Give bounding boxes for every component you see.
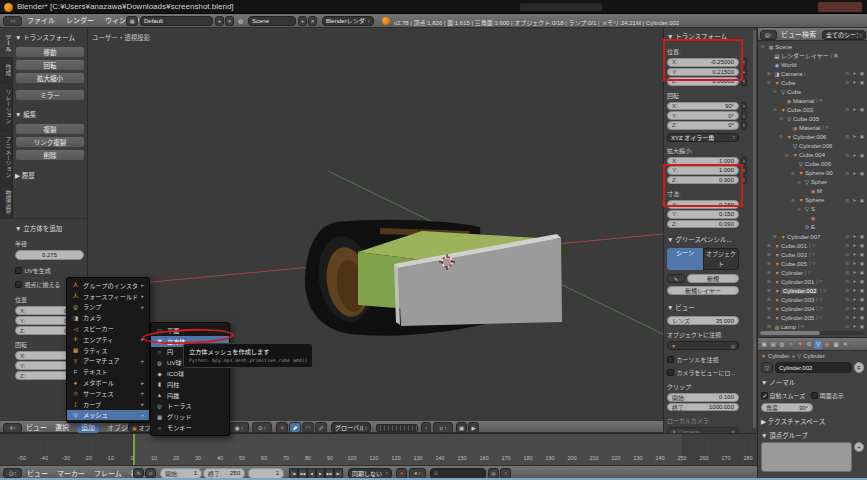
outliner-row[interactable]: ⊖ ▽ Cube ⊙ ➤ ▣ bbox=[758, 87, 867, 96]
screen-layout-field[interactable]: Default bbox=[140, 16, 213, 26]
timeline-editor-type-button[interactable]: ◷↕ bbox=[3, 468, 22, 478]
scene-close-button[interactable]: ✕ bbox=[308, 16, 317, 26]
playback-button[interactable]: ◀ bbox=[307, 468, 316, 479]
scene-add-button[interactable]: + bbox=[298, 16, 307, 26]
outliner-hscrollbar[interactable] bbox=[760, 331, 865, 335]
outliner-row[interactable]: ◉ Material | ✕ ⊙ ➤ ▣ bbox=[758, 123, 867, 132]
align-to-view-checkbox-box[interactable] bbox=[15, 281, 22, 288]
scale-axis-field[interactable]: Z:0.900 bbox=[667, 176, 739, 185]
scale-manipulator-button[interactable]: ⬀ bbox=[315, 422, 327, 433]
visibility-toggle-icons[interactable]: ⊙ ➤ ▣ bbox=[845, 324, 867, 329]
mesh-submenu-item[interactable]: ◎ トーラス bbox=[151, 401, 229, 412]
render-opengl-button[interactable]: ▣ bbox=[456, 422, 467, 433]
tool-shelf-tab[interactable]: ツール bbox=[0, 28, 13, 58]
outliner-row[interactable]: ◉ Material | ✕ ⊙ ➤ ▣ bbox=[758, 96, 867, 105]
timeline-track[interactable]: -50-40-30-20-100102030405060708090100110… bbox=[0, 434, 757, 465]
drawmode-select[interactable]: ◉↕ bbox=[229, 422, 249, 433]
lens-field[interactable]: レンズ:35.000 bbox=[667, 316, 739, 325]
properties-tab-icon[interactable]: ✳ bbox=[841, 340, 849, 349]
outliner-editor-type-button[interactable]: ▤↕ bbox=[760, 30, 777, 40]
add-menu-item[interactable]: ◨ カメラ ▸ bbox=[67, 312, 149, 323]
outliner-row[interactable]: ◉ M ⊙ ➤ ▣ bbox=[758, 187, 867, 196]
generate-uv-checkbox-box[interactable] bbox=[15, 267, 22, 274]
outliner-row[interactable]: ⊕ ▼ Cube.001 | ▽ ⊙ ➤ ▣ bbox=[758, 241, 867, 250]
history-panel-header[interactable]: ▶ 履歴 bbox=[15, 170, 85, 180]
vertex-groups-list[interactable] bbox=[761, 442, 852, 472]
snap-magnet-button[interactable]: ∪↕ bbox=[433, 422, 453, 433]
visibility-toggle-icons[interactable]: ⊙ ➤ ▣ bbox=[845, 171, 867, 176]
visibility-toggle-icons[interactable]: ⊙ ➤ ▣ bbox=[845, 306, 867, 311]
normals-panel-header[interactable]: ▼ ノーマル bbox=[758, 374, 867, 387]
outliner-row[interactable]: ◉ World ⊙ ➤ ▣ bbox=[758, 60, 867, 69]
outliner-row[interactable]: ▽ Cube.006 ⊙ ➤ ▣ bbox=[758, 160, 867, 169]
radius-field[interactable]: 0.275 bbox=[15, 250, 84, 260]
visibility-toggle-icons[interactable]: ⊙ ➤ ▣ bbox=[845, 288, 867, 293]
double-sided-checkbox[interactable]: 両面表示 bbox=[811, 391, 844, 400]
visibility-toggle-icons[interactable]: ⊙ ➤ ▣ bbox=[845, 279, 867, 284]
outliner-search-menu[interactable]: 検索 bbox=[802, 28, 816, 41]
transform-tool-button[interactable]: 回転 bbox=[15, 59, 85, 71]
info-menu-item[interactable]: レンダー bbox=[66, 14, 94, 27]
clip-end-field[interactable]: 終了:1000.000 bbox=[667, 403, 739, 412]
playback-button[interactable]: ▶ bbox=[316, 468, 325, 479]
lock-icon[interactable]: • bbox=[741, 157, 747, 166]
layers-widget[interactable] bbox=[376, 424, 418, 432]
playback-button[interactable]: |◀ bbox=[289, 468, 298, 479]
render-opengl-anim-button[interactable]: ▶ bbox=[468, 422, 479, 433]
info-menu-item[interactable]: ファイル bbox=[27, 14, 55, 27]
scale-axis-field[interactable]: Y:1.000 bbox=[667, 166, 739, 175]
keying-clear-button[interactable]: ✕ bbox=[500, 468, 511, 479]
vertex-group-add-button[interactable]: + bbox=[854, 442, 864, 452]
layout-close-button[interactable]: ✕ bbox=[225, 16, 234, 26]
frame-end-field[interactable]: 終了:250 bbox=[203, 468, 245, 479]
properties-tab-icon[interactable]: ⚙ bbox=[805, 340, 813, 349]
record-button[interactable]: ● bbox=[396, 468, 407, 479]
mesh-submenu-item[interactable]: ▲ 円錐 bbox=[151, 390, 229, 401]
lock-icon[interactable]: • bbox=[741, 111, 747, 120]
timeline-pushpull-icon[interactable]: ✎ bbox=[133, 468, 144, 478]
visibility-toggle-icons[interactable]: ⊙ ➤ ▣ bbox=[845, 134, 867, 139]
frame-start-field[interactable]: 開始:1 bbox=[160, 468, 202, 479]
current-frame-field[interactable]: 1 bbox=[248, 468, 284, 479]
outliner-row[interactable]: ⊕ ▼ Cylinder.004 | ▽ ⊙ ➤ ▣ bbox=[758, 304, 867, 313]
viewport-menu-item[interactable]: 追加 bbox=[77, 423, 99, 433]
texture-space-panel-header[interactable]: ▶ テクスチャスペース bbox=[758, 412, 867, 426]
layout-add-button[interactable]: + bbox=[215, 16, 224, 26]
grease-new-button[interactable]: 新規 bbox=[687, 274, 739, 283]
properties-tab-icon[interactable]: ◉ bbox=[823, 340, 831, 349]
add-menu-item[interactable]: ◁ スピーカー ▸ bbox=[67, 323, 149, 334]
outliner-row[interactable]: ⊕ ▼ Cylinder.001 | ▽ ⊙ ➤ ▣ bbox=[758, 277, 867, 286]
tool-shelf-tab[interactable]: アニメーション bbox=[0, 131, 13, 185]
outliner-row[interactable]: ⊖ ▽ Spher ⊙ ➤ ▣ bbox=[758, 178, 867, 187]
keying-set-field[interactable]: ⚿ bbox=[430, 468, 486, 479]
outliner-row[interactable]: ⊖ ▼ Sphere.00 ⊙ ➤ ▣ bbox=[758, 169, 867, 178]
outliner-row[interactable]: ⊕ ▼ Cylinder | ▽ ⊙ ➤ ▣ bbox=[758, 268, 867, 277]
rotation-axis-field[interactable]: Z:0° bbox=[667, 121, 739, 130]
outliner-row[interactable]: ⊖ ▼ Sphere ⊙ ➤ ▣ bbox=[758, 196, 867, 205]
playback-button[interactable]: ▶▶ bbox=[325, 468, 334, 479]
keying-eyedropper-button[interactable]: ◎ bbox=[488, 468, 499, 479]
edit-panel-header[interactable]: ▼ 編集 bbox=[15, 109, 85, 119]
mesh-name-field[interactable]: Cylinder.002 bbox=[775, 362, 852, 373]
outliner-row[interactable]: ⊕ ▼ Cylinder.007 ⊙ ➤ ▣ bbox=[758, 232, 867, 241]
playback-button[interactable]: ▶| bbox=[334, 468, 343, 479]
grease-object-button[interactable]: オブジェクト bbox=[703, 248, 739, 270]
outliner-row[interactable]: ◉ ⊙ ➤ ▣ bbox=[758, 214, 867, 223]
outliner-row[interactable]: ⊖ ▼ Cube.003 ⊙ ➤ ▣ bbox=[758, 105, 867, 114]
outliner-row[interactable]: ⊖ ▼ Cube ⊙ ➤ ▣ bbox=[758, 78, 867, 87]
properties-tab-icon[interactable]: ▽ bbox=[814, 340, 822, 349]
properties-tab-icon[interactable]: ▦ bbox=[832, 340, 840, 349]
properties-tab-icon[interactable]: ▼ bbox=[796, 340, 804, 349]
visibility-toggle-icons[interactable]: ⊙ ➤ ▣ bbox=[845, 243, 867, 248]
location-axis-field[interactable]: Y:0.21500 bbox=[667, 68, 739, 77]
add-menu-item[interactable]: ◇ サーフェス ▸ bbox=[67, 388, 149, 399]
rotate-manipulator-button[interactable]: ◠ bbox=[302, 422, 314, 433]
add-menu-item[interactable]: ✛ エンプティ ▸ bbox=[67, 334, 149, 345]
location-axis-field[interactable]: X:-0.25000 bbox=[667, 58, 739, 67]
visibility-toggle-icons[interactable]: ⊙ ➤ ▣ bbox=[845, 234, 867, 239]
outliner-view-menu[interactable]: ビュー bbox=[781, 28, 802, 41]
add-menu-item[interactable]: Y アーマチュア ▸ bbox=[67, 356, 149, 367]
lock-cursor-checkbox[interactable]: カーソルを注視 bbox=[667, 355, 747, 364]
mesh-submenu-item[interactable]: ☺ モンキー bbox=[151, 422, 229, 433]
outliner-row[interactable]: ⊖ ▽ S ⊙ ➤ ▣ bbox=[758, 205, 867, 214]
